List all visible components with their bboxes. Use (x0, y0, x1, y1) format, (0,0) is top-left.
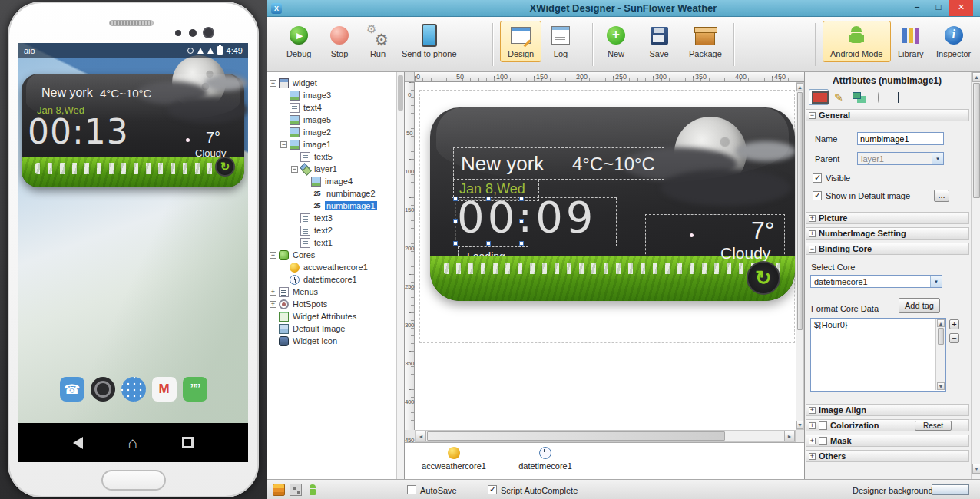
refresh-icon[interactable] (747, 261, 780, 295)
tree-item-hotspots[interactable]: HotSpots (268, 298, 396, 310)
tree-item-numbimage2[interactable]: 25 numbimage2 (268, 187, 396, 200)
collapse-icon[interactable] (270, 252, 276, 259)
section-header-general[interactable]: General (806, 109, 969, 121)
expand-icon[interactable] (809, 453, 816, 460)
library-button[interactable]: Library (890, 21, 932, 62)
tree-item-text4[interactable]: text4 (268, 101, 396, 114)
package-button[interactable]: Package (681, 21, 730, 62)
title-bar[interactable]: XWidget Designer - SunFlower Weather (267, 0, 980, 17)
tree-item-menus[interactable]: Menus (268, 286, 396, 298)
widget-temp-range[interactable]: 4°C~10°C (572, 154, 655, 175)
run-button[interactable]: Run (360, 21, 396, 62)
tree-item-text3[interactable]: text3 (268, 212, 396, 224)
section-header-picture[interactable]: Picture (806, 212, 969, 224)
widget-clock[interactable]: 00:09 (457, 193, 596, 241)
core-item-datetimecore1[interactable]: datetimecore1 (512, 447, 579, 471)
tree-item-widget-icon[interactable]: Widget Icon (268, 335, 396, 347)
tree-item-image5[interactable]: image5 (268, 114, 396, 126)
section-header-others[interactable]: Others (806, 450, 969, 462)
maximize-button[interactable] (928, 0, 949, 16)
tree-item-layer1[interactable]: layer1 (268, 163, 396, 175)
tab-edit[interactable] (829, 89, 849, 105)
increase-button[interactable]: + (949, 319, 959, 329)
tree-item-accweathercore1[interactable]: accweathercore1 (268, 261, 396, 273)
autosave-checkbox[interactable] (407, 485, 416, 494)
minimize-button[interactable] (906, 0, 928, 16)
section-header-colorization[interactable]: Colorization Reset (806, 419, 969, 431)
tree-scrollbar[interactable] (396, 72, 404, 479)
widget-condition[interactable]: Cloudy (720, 244, 770, 263)
scroll-up-icon[interactable]: ▲ (972, 72, 980, 82)
android-mode-button[interactable]: Android Mode (823, 21, 891, 62)
scroll-down-icon[interactable]: ▼ (796, 421, 803, 429)
widget-temp[interactable]: 7° (751, 216, 775, 245)
tab-colors[interactable] (869, 89, 889, 105)
tree-item-datetimecore1[interactable]: datetimecore1 (268, 273, 396, 286)
debug-button[interactable]: Debug (279, 21, 319, 62)
scrollbar-thumb[interactable] (973, 83, 980, 198)
log-button[interactable]: Log (543, 21, 578, 62)
visible-checkbox[interactable] (813, 173, 822, 183)
canvas-horizontal-scrollbar[interactable]: ◄ ► (415, 430, 796, 442)
scroll-up-icon[interactable]: ▲ (796, 83, 803, 91)
script-autocomplete-checkbox[interactable] (488, 485, 497, 494)
add-tag-button[interactable]: Add tag (899, 298, 940, 313)
designer-background-color-picker[interactable] (932, 484, 969, 495)
expand-icon[interactable] (809, 407, 816, 414)
collapse-icon[interactable] (280, 141, 287, 148)
scrollbar-thumb[interactable] (797, 92, 803, 330)
section-header-mask[interactable]: Mask (806, 435, 969, 447)
tree-item-default-image[interactable]: Default Image (268, 322, 396, 335)
new-button[interactable]: New (598, 21, 634, 62)
collapse-icon[interactable] (291, 166, 298, 173)
tab-3d[interactable] (889, 89, 909, 105)
collapse-icon[interactable] (809, 246, 816, 253)
tree-item-image4[interactable]: image4 (268, 175, 396, 187)
chevron-down-icon[interactable] (932, 153, 943, 164)
expand-icon[interactable] (809, 230, 816, 237)
scroll-right-icon[interactable]: ► (784, 431, 795, 441)
design-button[interactable]: Design (500, 21, 541, 62)
expand-icon[interactable] (809, 438, 816, 444)
expand-icon[interactable] (270, 289, 276, 296)
scrollbar-thumb[interactable] (427, 431, 725, 441)
reset-button[interactable]: Reset (915, 421, 952, 431)
inspector-button[interactable]: Inspector (929, 21, 978, 62)
section-header-numberimage[interactable]: NumberImage Setting (806, 227, 969, 240)
canvas-vertical-scrollbar[interactable]: ▲ ▼ (796, 82, 804, 430)
chevron-down-icon[interactable] (930, 276, 942, 287)
design-viewport[interactable]: New york 4°C~10°C Jan 8,Wed 00:09 Loadin… (415, 82, 796, 430)
core-item-accweathercore1[interactable]: accweathercore1 (420, 447, 488, 471)
scroll-down-icon[interactable]: ▼ (937, 382, 945, 390)
scroll-down-icon[interactable]: ▼ (972, 464, 980, 474)
scroll-up-icon[interactable]: ▲ (937, 319, 945, 327)
tab-screens[interactable] (849, 89, 869, 105)
tree-item-image2[interactable]: image2 (268, 126, 396, 138)
attributes-scrollbar[interactable]: ▲ ▼ (971, 72, 980, 479)
scrollbar-thumb[interactable] (938, 328, 944, 345)
tab-display[interactable] (809, 89, 829, 105)
tree-item-text2[interactable]: text2 (268, 224, 396, 236)
widget-city[interactable]: New york (461, 152, 544, 176)
scrollbar-thumb[interactable] (398, 75, 403, 111)
colorization-checkbox[interactable] (819, 421, 827, 430)
scroll-left-icon[interactable]: ◄ (416, 431, 426, 441)
decrease-button[interactable]: − (949, 333, 959, 343)
tree-item-numbimage1[interactable]: 25 numbimage1 (268, 200, 396, 212)
expand-icon[interactable] (809, 422, 816, 429)
cloud-image[interactable] (661, 169, 791, 206)
tree-item-cores[interactable]: Cores (268, 249, 396, 261)
save-button[interactable]: Save (641, 21, 677, 62)
parent-dropdown[interactable]: layer1 (857, 152, 944, 165)
plugin-icon[interactable] (290, 484, 302, 496)
section-header-binding-core[interactable]: Binding Core (806, 243, 969, 255)
expand-icon[interactable] (270, 301, 276, 308)
show-default-checkbox[interactable] (813, 191, 822, 200)
section-header-image-align[interactable]: Image Align (806, 404, 969, 416)
theme-icon[interactable] (273, 484, 285, 496)
expand-icon[interactable] (809, 215, 816, 222)
tree-item-widget-attributes[interactable]: Widget Attributes (268, 310, 396, 322)
tree-item-image1[interactable]: image1 (268, 138, 396, 150)
select-core-dropdown[interactable]: datetimecore1 (810, 275, 942, 288)
browse-button[interactable]: ... (934, 190, 949, 202)
